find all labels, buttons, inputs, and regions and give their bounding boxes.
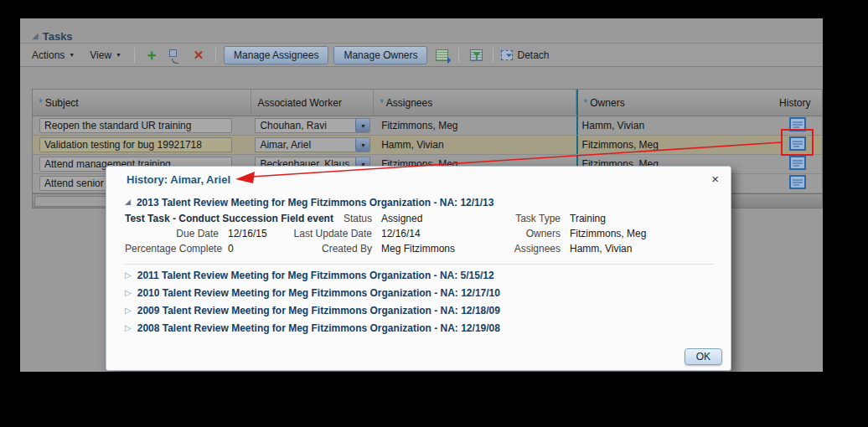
owners-value: Fitzimmons, Meg [578, 139, 659, 151]
copy-icon [169, 49, 182, 61]
section-header-label: 2009 Talent Review Meeting for Meg Fitzi… [137, 305, 500, 316]
dropdown-button[interactable]: ▼ [355, 119, 369, 132]
table-row: Aimar, Ariel ▼ Hamm, Vivian Fitzimmons, … [33, 136, 822, 155]
dropdown-button[interactable]: ▼ [355, 138, 369, 152]
subject-input[interactable] [39, 137, 232, 152]
toolbar-separator [458, 48, 459, 63]
panel-expand-icon: ◢ [32, 32, 39, 40]
required-marker: * [380, 97, 384, 109]
toolbar-separator [493, 48, 493, 63]
delete-task-button[interactable]: ✕ [189, 47, 208, 64]
associated-worker-value: Aimar, Ariel [256, 139, 355, 151]
detach-icon [501, 50, 513, 60]
assignees-value: Fitzimmons, Meg [374, 120, 457, 131]
toolbar-separator [215, 48, 216, 63]
history-button[interactable] [789, 117, 806, 134]
actions-menu-label: Actions [32, 49, 65, 61]
tasks-panel-header[interactable]: ◢ Tasks [20, 18, 823, 44]
history-dialog: History: Aimar, Ariel × ◢ 2013 Talent Re… [106, 166, 731, 371]
history-icon [789, 175, 806, 189]
chevron-down-icon: ▼ [360, 123, 366, 129]
field-label: Assignees [500, 243, 561, 255]
field-label: Status [277, 213, 372, 224]
detach-button[interactable]: Detach [501, 49, 549, 61]
history-section-2011[interactable]: ▷ 2011 Talent Review Meeting for Meg Fit… [125, 266, 714, 284]
field-value: 0 [228, 243, 234, 255]
view-menu[interactable]: View ▼ [85, 47, 127, 64]
task-details: Test Task - Conduct Succession Field eve… [125, 211, 714, 256]
field-value: 12/16/14 [381, 228, 421, 239]
ok-button[interactable]: OK [685, 348, 722, 365]
section-header-label: 2013 Talent Review Meeting for Meg Fitzi… [137, 197, 494, 208]
associated-worker-select[interactable]: Aimar, Ariel ▼ [255, 137, 370, 152]
duplicate-task-button[interactable] [166, 47, 184, 64]
field-label: Last Update Date [277, 228, 372, 239]
filter-button[interactable] [467, 47, 485, 64]
actions-menu[interactable]: Actions ▼ [27, 47, 80, 64]
dialog-title: History: Aimar, Ariel [127, 173, 230, 186]
history-icon [789, 136, 806, 151]
export-button[interactable] [432, 47, 451, 64]
field-value: Assigned [381, 213, 422, 224]
close-icon[interactable]: × [708, 173, 722, 185]
section-header-label: 2010 Talent Review Meeting for Meg Fitzi… [137, 287, 500, 299]
associated-worker-value: Chouhan, Ravi [256, 120, 355, 131]
history-button[interactable] [789, 136, 806, 153]
toolbar-separator [134, 48, 135, 63]
collapsed-triangle-icon: ▷ [125, 306, 132, 315]
history-button[interactable] [789, 156, 806, 172]
panel-title: Tasks [43, 30, 73, 43]
history-section-2013[interactable]: ◢ 2013 Talent Review Meeting for Meg Fit… [125, 196, 714, 208]
history-icon [789, 117, 806, 131]
manage-owners-button[interactable]: Manage Owners [333, 46, 427, 64]
column-header-associated-worker[interactable]: Associated Worker [251, 90, 374, 116]
field-value: Fitzimmons, Meg [570, 228, 646, 239]
history-section-2008[interactable]: ▷ 2008 Talent Review Meeting for Meg Fit… [125, 319, 714, 337]
manage-assignees-button[interactable]: Manage Assignees [224, 46, 328, 64]
chevron-down-icon: ▼ [116, 52, 121, 58]
field-label: Task Type [500, 213, 561, 224]
field-value: Hamm, Vivian [570, 243, 632, 255]
field-value: 12/16/15 [228, 228, 267, 239]
field-label: Owners [500, 228, 561, 239]
detach-label: Detach [517, 49, 549, 61]
history-section-2010[interactable]: ▷ 2010 Talent Review Meeting for Meg Fit… [125, 284, 714, 301]
associated-worker-select[interactable]: Chouhan, Ravi ▼ [255, 118, 370, 133]
collapsed-triangle-icon: ▷ [125, 324, 132, 332]
history-icon [789, 156, 806, 170]
tasks-toolbar: Actions ▼ View ▼ + ✕ Manage Assignees Ma… [20, 44, 823, 67]
dialog-header: History: Aimar, Ariel × [106, 167, 731, 186]
field-label: Due Date [125, 228, 219, 239]
add-icon: + [147, 49, 156, 62]
table-row: Chouhan, Ravi ▼ Fitzimmons, Meg Hamm, Vi… [33, 116, 822, 136]
collapsed-triangle-icon: ▷ [125, 271, 132, 280]
column-header-history[interactable]: History [773, 90, 822, 116]
field-value: Meg Fitzimmons [381, 243, 455, 255]
column-header-subject[interactable]: *Subject [33, 90, 251, 116]
field-value: Training [570, 213, 606, 224]
section-divider [125, 264, 714, 265]
export-to-excel-icon [436, 49, 448, 61]
filter-icon [470, 49, 483, 61]
delete-icon: ✕ [194, 48, 204, 63]
collapsed-triangle-icon: ▷ [125, 289, 132, 297]
column-header-assignees[interactable]: *Assignees [374, 90, 576, 116]
section-header-label: 2011 Talent Review Meeting for Meg Fitzi… [137, 270, 494, 281]
column-header-owners[interactable]: *Owners [576, 90, 774, 116]
subject-input[interactable] [39, 118, 232, 133]
table-header-row: *Subject Associated Worker *Assignees *O… [33, 90, 822, 116]
required-marker: * [39, 97, 43, 109]
field-label: Created By [277, 243, 372, 255]
history-button[interactable] [789, 175, 806, 192]
assignees-value: Hamm, Vivian [374, 139, 443, 151]
dialog-body: ◢ 2013 Talent Review Meeting for Meg Fit… [106, 186, 731, 337]
field-label: Percentage Complete [125, 243, 219, 255]
section-header-label: 2008 Talent Review Meeting for Meg Fitzi… [137, 322, 500, 334]
chevron-down-icon: ▼ [69, 52, 75, 58]
owners-value: Hamm, Vivian [578, 120, 644, 131]
chevron-down-icon: ▼ [360, 142, 366, 148]
required-marker: * [584, 97, 588, 109]
history-section-2009[interactable]: ▷ 2009 Talent Review Meeting for Meg Fit… [125, 301, 714, 319]
expanded-triangle-icon: ◢ [125, 198, 131, 206]
add-task-button[interactable]: + [142, 47, 161, 64]
